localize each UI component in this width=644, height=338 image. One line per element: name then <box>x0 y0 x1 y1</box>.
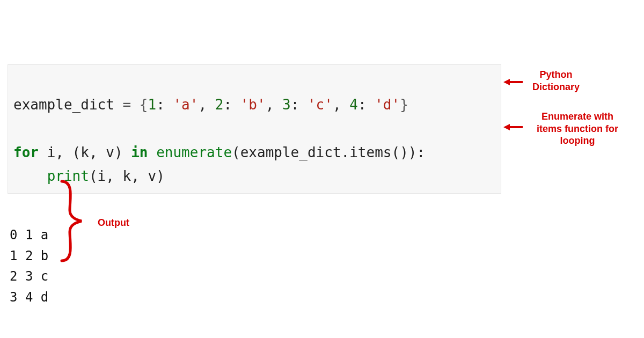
code-tok-brace: } <box>400 97 408 113</box>
svg-marker-3 <box>503 124 510 130</box>
code-block: example_dict = {1: 'a', 2: 'b', 3: 'c', … <box>8 64 501 194</box>
code-tok-keyword: for <box>13 144 39 160</box>
code-tok-space <box>148 144 157 160</box>
code-tok-varname: example_dict <box>13 97 114 113</box>
svg-marker-1 <box>503 79 510 85</box>
code-tok-method: items <box>349 144 391 160</box>
code-tok-sep: , ( <box>55 144 80 160</box>
code-tok-brace: { <box>140 97 148 113</box>
code-tok-num: 4 <box>349 97 358 113</box>
output-line: 0 1 a <box>10 227 48 243</box>
code-tok-var: k <box>80 144 89 160</box>
code-line-1: example_dict = {1: 'a', 2: 'b', 3: 'c', … <box>13 97 408 113</box>
code-tok-sep: : <box>156 97 173 113</box>
code-tok-call: ()): <box>391 144 425 160</box>
code-tok-sep: , <box>89 144 106 160</box>
annotation-text: items function for <box>537 123 618 134</box>
code-tok-indent <box>13 168 47 184</box>
code-tok-num: 2 <box>215 97 224 113</box>
code-tok-sep: : <box>358 97 375 113</box>
annotation-text: looping <box>560 135 595 146</box>
annotation-text: Output <box>98 217 129 228</box>
annotation-enumerate: Enumerate with items function for loopin… <box>524 111 631 147</box>
code-tok-args: (i, k, v) <box>89 168 165 184</box>
annotation-text: Dictionary <box>532 82 580 92</box>
code-tok-space <box>39 144 47 160</box>
code-tok-paren: ( <box>232 144 240 160</box>
code-tok-str: 'b' <box>240 97 266 113</box>
curly-brace-icon <box>59 178 91 266</box>
code-tok-sep: ) <box>114 144 131 160</box>
figure-canvas: example_dict = {1: 'a', 2: 'b', 3: 'c', … <box>8 64 635 307</box>
code-tok-var: example_dict <box>240 144 341 160</box>
code-tok-var: v <box>106 144 114 160</box>
code-tok-sep: : <box>291 97 308 113</box>
annotation-text: Python <box>540 69 573 80</box>
code-tok-sep: , <box>333 97 349 113</box>
code-tok-num: 1 <box>148 97 156 113</box>
output-line: 1 2 b <box>10 248 48 263</box>
code-tok-var: i <box>47 144 56 160</box>
code-tok-keyword: in <box>131 144 148 160</box>
code-tok-str: 'a' <box>173 97 198 113</box>
annotation-output: Output <box>98 217 129 229</box>
code-tok-str: 'd' <box>375 97 400 113</box>
code-tok-dot: . <box>341 144 350 160</box>
code-tok-op: = <box>114 97 140 113</box>
code-line-3: for i, (k, v) in enumerate(example_dict.… <box>13 144 425 160</box>
code-tok-sep: , <box>266 97 282 113</box>
output-line: 3 4 d <box>10 290 48 305</box>
annotation-text: Enumerate with <box>541 111 613 122</box>
code-tok-builtin: enumerate <box>156 144 232 160</box>
code-tok-sep: : <box>223 97 240 113</box>
annotation-dictionary: Python Dictionary <box>524 69 588 93</box>
output-line: 2 3 c <box>10 269 48 284</box>
code-tok-num: 3 <box>282 97 291 113</box>
code-tok-sep: , <box>198 97 215 113</box>
code-tok-str: 'c' <box>308 97 333 113</box>
